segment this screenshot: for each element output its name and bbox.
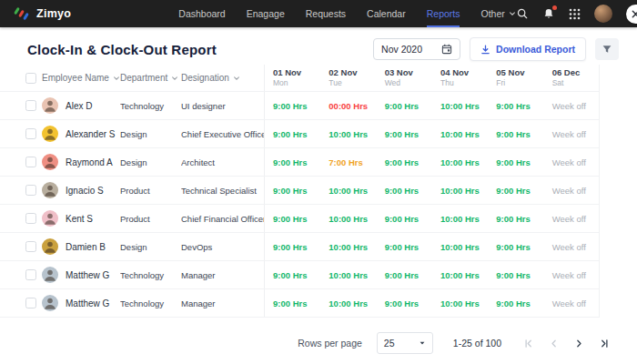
nav-item-other[interactable]: Other [480,0,515,27]
hours-cell: 9:00 Hrs [264,298,319,308]
nav-item-enagage[interactable]: Enagage [247,0,285,27]
row-checkbox[interactable] [25,241,36,252]
department-cell: Product [120,186,181,196]
select-all-checkbox[interactable] [25,73,36,84]
nav-item-requests[interactable]: Requests [306,0,346,27]
nav-item-dashboard[interactable]: Dashboard [178,0,225,27]
employee-avatar [42,154,58,170]
day-date: 05 Nov [496,67,542,78]
prev-page-icon [549,339,559,349]
employee-name: Damien B [66,242,106,252]
nav-item-reports[interactable]: Reports [427,0,460,27]
column-divider [264,177,265,204]
employee-name: Alexander S [66,129,115,139]
table-header-row: Employee NameDepartmentDesignation01 Nov… [0,65,599,92]
rows-per-page-select[interactable]: 25 [377,332,433,354]
column-header-designation[interactable]: Designation [181,73,264,83]
page-title: Clock-In & Clock-Out Report [27,42,217,57]
next-page-icon[interactable] [574,339,584,349]
hours-cell: 9:00 Hrs [487,242,542,252]
hours-cell: 9:00 Hrs [487,214,542,224]
column-divider [264,65,265,91]
employee-cell: Alex D [42,97,120,114]
designation-cell: Chief Executive Officer [181,129,264,139]
hours-cell: 9:00 Hrs [376,101,431,111]
hours-cell: 9:00 Hrs [264,186,319,196]
day-column-header: 06 DecSat [543,67,599,88]
day-weekday: Tue [329,78,375,88]
hours-cell: Week off [543,214,599,224]
hours-cell: 10:00 Hrs [319,214,375,224]
column-header-department[interactable]: Department [120,73,181,83]
row-checkbox[interactable] [25,128,36,139]
column-header-employee-name[interactable]: Employee Name [42,73,120,83]
sort-chevron-icon [233,75,240,82]
employee-cell: Alexander S [42,126,120,142]
day-date: 06 Dec [552,67,599,78]
employee-cell: Matthew G [42,295,120,311]
apps-grid-icon[interactable] [569,8,581,20]
row-checkbox[interactable] [25,213,36,224]
zimyo-logo[interactable]: Zimyo [15,7,71,21]
month-picker[interactable]: Nov 2020 [373,38,460,60]
department-cell: Technology [120,270,181,280]
zimyo-logo-text: Zimyo [36,7,71,20]
nav-item-calendar[interactable]: Calendar [367,0,406,27]
department-cell: Design [120,157,181,167]
hours-cell: Week off [543,101,599,111]
user-avatar[interactable] [594,5,612,23]
hours-cell: 10:00 Hrs [431,270,487,280]
employee-avatar [42,182,58,198]
hours-cell: 10:00 Hrs [431,157,487,167]
nav-icons [516,5,637,24]
designation-cell: Technical Specialist [181,186,264,196]
hours-cell: 9:00 Hrs [376,157,431,167]
column-header-label: Employee Name [42,73,109,83]
hours-cell: 10:00 Hrs [319,186,375,196]
column-divider [264,289,265,317]
hours-cell: Week off [543,298,599,308]
download-report-button[interactable]: Download Report [470,37,586,61]
hours-cell: 9:00 Hrs [264,129,319,139]
row-checkbox[interactable] [25,269,36,280]
sort-chevron-icon [171,75,178,82]
row-checkbox[interactable] [25,157,36,167]
nav-menu: DashboardEnagageRequestsCalendarReportsO… [178,0,515,27]
department-cell: Technology [120,298,181,308]
hours-cell: 9:00 Hrs [376,298,431,308]
day-column-header: 04 NovThu [431,67,487,88]
day-date: 04 Nov [440,67,487,78]
employee-cell: Ignacio S [42,182,120,198]
table-row: Ignacio SProductTechnical Specialist9:00… [0,177,599,205]
hours-cell: 00:00 Hrs [319,101,375,111]
employee-cell: Matthew G [42,267,120,283]
hours-cell: 10:00 Hrs [431,298,487,308]
designation-cell: UI designer [181,101,264,111]
table-row: Alex DTechnologyUI designer9:00 Hrs00:00… [0,92,599,120]
close-icon[interactable] [626,5,637,24]
day-column-header: 01 NovMon [264,67,319,88]
employee-avatar [42,238,58,255]
column-divider [264,92,265,119]
row-checkbox[interactable] [25,298,36,308]
column-divider [264,205,265,232]
employee-cell: Raymond A [42,154,120,170]
filter-button[interactable] [595,38,619,60]
last-page-icon[interactable] [600,339,610,349]
hours-cell: 10:00 Hrs [431,129,487,139]
hours-cell: 7:00 Hrs [319,157,375,167]
designation-cell: Manager [181,270,264,280]
hours-cell: 9:00 Hrs [487,186,542,196]
column-divider [264,148,265,176]
employee-name: Matthew G [66,270,109,280]
notification-badge [552,5,557,10]
notifications-bell-icon[interactable] [542,7,555,20]
nav-item-label: Calendar [367,8,406,19]
hours-cell: 10:00 Hrs [319,270,375,280]
row-checkbox[interactable] [25,185,36,196]
search-icon[interactable] [516,7,529,20]
row-checkbox[interactable] [25,100,36,111]
employee-name: Matthew G [66,298,109,308]
top-navbar: Zimyo DashboardEnagageRequestsCalendarRe… [0,0,637,27]
hours-cell: 9:00 Hrs [487,101,542,111]
